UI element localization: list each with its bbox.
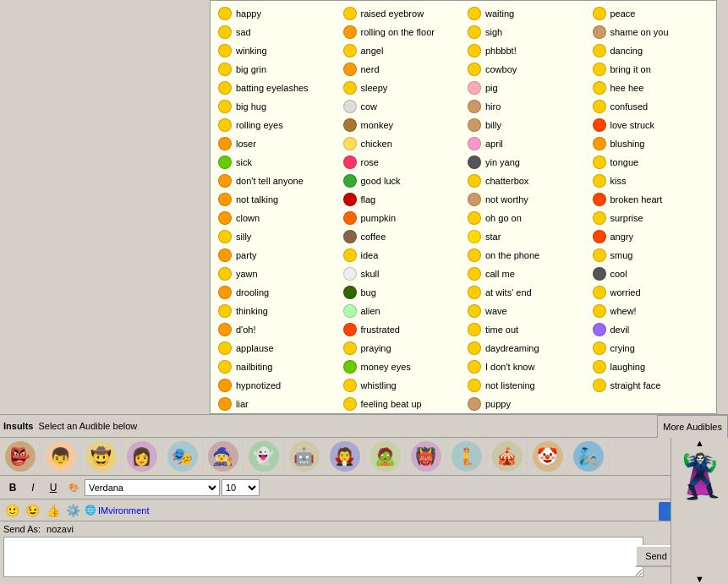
- smiley-button[interactable]: 🙂: [3, 502, 20, 519]
- emoji-item-nerd[interactable]: nerd: [339, 60, 464, 79]
- emoji-item-applause[interactable]: applause: [214, 339, 339, 357]
- emoji-item-flag[interactable]: flag: [339, 190, 464, 209]
- emoji-item-bug[interactable]: bug: [339, 283, 464, 302]
- emoji-item-big_grin[interactable]: big grin: [214, 60, 339, 79]
- audible-icon-12[interactable]: 🎪: [487, 438, 528, 476]
- emoji-item-wave[interactable]: wave: [463, 302, 588, 320]
- more-audibles-button[interactable]: More Audibles: [657, 415, 728, 439]
- emoji-item-april[interactable]: april: [463, 134, 588, 153]
- emoji-item-yawn[interactable]: yawn: [214, 265, 339, 283]
- emoji-item-kiss[interactable]: kiss: [588, 172, 714, 190]
- audible-icon-9[interactable]: 🧟: [365, 438, 406, 476]
- audible-icon-5[interactable]: 🧙: [203, 438, 244, 476]
- emoji-item-crying[interactable]: crying: [588, 339, 714, 357]
- wink-button[interactable]: 😉: [24, 502, 41, 519]
- emoji-item-loser[interactable]: loser: [214, 134, 339, 153]
- emoji-item-happy[interactable]: happy: [214, 4, 339, 23]
- emoji-item-dancing[interactable]: dancing: [588, 41, 714, 60]
- emoji-item-feeling_beat_up[interactable]: feeling beat up: [339, 395, 464, 413]
- emoji-item-worried[interactable]: worried: [588, 283, 714, 302]
- emoji-item-pig[interactable]: pig: [463, 79, 588, 97]
- emoji-item-surprise[interactable]: surprise: [588, 209, 714, 227]
- emoji-item-broken_heart[interactable]: broken heart: [588, 190, 714, 209]
- emoji-item-thinking[interactable]: thinking: [214, 302, 339, 320]
- emoji-item-daydreaming[interactable]: daydreaming: [463, 339, 588, 357]
- emoji-item-bring_it_on[interactable]: bring it on: [588, 60, 714, 79]
- avatar-scroll-up[interactable]: ▲: [671, 438, 728, 448]
- emoji-item-sleepy[interactable]: sleepy: [339, 79, 464, 97]
- emoji-item-big_hug[interactable]: big hug: [214, 97, 339, 116]
- emoji-item-raised_eyebrow[interactable]: raised eyebrow: [339, 4, 464, 23]
- emoji-item-at_wits_end[interactable]: at wits' end: [463, 283, 588, 302]
- emoji-item-coffee[interactable]: coffee: [339, 227, 464, 246]
- emoji-item-angry[interactable]: angry: [588, 227, 714, 246]
- emoji-item-tongue[interactable]: tongue: [588, 153, 714, 172]
- emoji-item-shame_on_you[interactable]: shame on you: [588, 23, 714, 41]
- emoji-item-monkey[interactable]: monkey: [339, 116, 464, 134]
- emoji-item-liar[interactable]: liar: [214, 395, 339, 413]
- emoji-item-angel[interactable]: angel: [339, 41, 464, 60]
- emoji-item-praying[interactable]: praying: [339, 339, 464, 357]
- emoji-item-rolling_eyes[interactable]: rolling eyes: [214, 116, 339, 134]
- emoji-item-doh[interactable]: d'oh!: [214, 320, 339, 339]
- emoji-item-smug[interactable]: smug: [588, 246, 714, 265]
- emoji-item-drooling[interactable]: drooling: [214, 283, 339, 302]
- emoji-item-not_talking[interactable]: not talking: [214, 190, 339, 209]
- emoji-item-clown[interactable]: clown: [214, 209, 339, 227]
- emoji-item-on_the_phone[interactable]: on the phone: [463, 246, 588, 265]
- imvironment-button[interactable]: 🌐 IMvironment: [85, 505, 150, 516]
- emoji-item-hiro[interactable]: hiro: [463, 97, 588, 116]
- emoji-item-i_dont_know[interactable]: I don't know: [463, 357, 588, 376]
- emoji-item-dont_tell_anyone[interactable]: don't tell anyone: [214, 172, 339, 190]
- emoji-item-phbbbt[interactable]: phbbbt!: [463, 41, 588, 60]
- emoji-item-oh_go_on[interactable]: oh go on: [463, 209, 588, 227]
- emoji-item-chicken[interactable]: chicken: [339, 134, 464, 153]
- emoji-item-puppy[interactable]: puppy: [463, 395, 588, 413]
- audible-icon-10[interactable]: 👹: [406, 438, 446, 476]
- emoji-item-time_out[interactable]: time out: [463, 320, 588, 339]
- emoji-item-cowboy[interactable]: cowboy: [463, 60, 588, 79]
- audible-icon-0[interactable]: 👺: [0, 438, 41, 476]
- emoji-item-star[interactable]: star: [463, 227, 588, 246]
- color-button[interactable]: 🎨: [64, 478, 83, 497]
- emoji-item-sad[interactable]: sad: [214, 23, 339, 41]
- audible-icon-7[interactable]: 🤖: [284, 438, 325, 476]
- audible-icon-8[interactable]: 🧛: [325, 438, 365, 476]
- audible-icon-3[interactable]: 👩: [122, 438, 162, 476]
- emoji-item-money_eyes[interactable]: money eyes: [339, 357, 464, 376]
- emoji-item-whew[interactable]: whew!: [588, 302, 714, 320]
- audible-icon-11[interactable]: 🧜: [446, 438, 487, 476]
- emoji-item-rolling_on_floor[interactable]: rolling on the floor: [339, 23, 464, 41]
- emoji-item-devil[interactable]: devil: [588, 320, 714, 339]
- audible-icon-2[interactable]: 🤠: [81, 438, 122, 476]
- emoji-item-batting_eyelashes[interactable]: batting eyelashes: [214, 79, 339, 97]
- emoji-item-laughing[interactable]: laughing: [588, 357, 714, 376]
- emoji-item-pumpkin[interactable]: pumpkin: [339, 209, 464, 227]
- emoji-item-straight_face[interactable]: straight face: [588, 376, 714, 395]
- bold-button[interactable]: B: [3, 478, 22, 497]
- emoji-item-alien[interactable]: alien: [339, 302, 464, 320]
- emoji-item-cool[interactable]: cool: [588, 265, 714, 283]
- emoji-item-chatterbox[interactable]: chatterbox: [463, 172, 588, 190]
- emoji-item-billy[interactable]: billy: [463, 116, 588, 134]
- audible-icon-6[interactable]: 👻: [244, 438, 284, 476]
- emoji-item-hypnotized[interactable]: hypnotized: [214, 376, 339, 395]
- emoji-item-sick[interactable]: sick: [214, 153, 339, 172]
- thumbsup-button[interactable]: 👍: [44, 502, 61, 519]
- emoji-item-frustrated[interactable]: frustrated: [339, 320, 464, 339]
- emoji-item-rose[interactable]: rose: [339, 153, 464, 172]
- emoji-item-skull[interactable]: skull: [339, 265, 464, 283]
- emoji-item-yin_yang[interactable]: yin yang: [463, 153, 588, 172]
- emoji-item-party[interactable]: party: [214, 246, 339, 265]
- emoji-item-blushing[interactable]: blushing: [588, 134, 714, 153]
- emoji-item-silly[interactable]: silly: [214, 227, 339, 246]
- emoji-item-peace[interactable]: peace: [588, 4, 714, 23]
- emoji-item-winking[interactable]: winking: [214, 41, 339, 60]
- emoji-item-not_worthy[interactable]: not worthy: [463, 190, 588, 209]
- emoji-item-sigh[interactable]: sigh: [463, 23, 588, 41]
- emoji-item-love_struck[interactable]: love struck: [588, 116, 714, 134]
- emoji-item-idea[interactable]: idea: [339, 246, 464, 265]
- emoji-item-call_me[interactable]: call me: [463, 265, 588, 283]
- emoji-item-good_luck[interactable]: good luck: [339, 172, 464, 190]
- audible-icon-1[interactable]: 👦: [41, 438, 81, 476]
